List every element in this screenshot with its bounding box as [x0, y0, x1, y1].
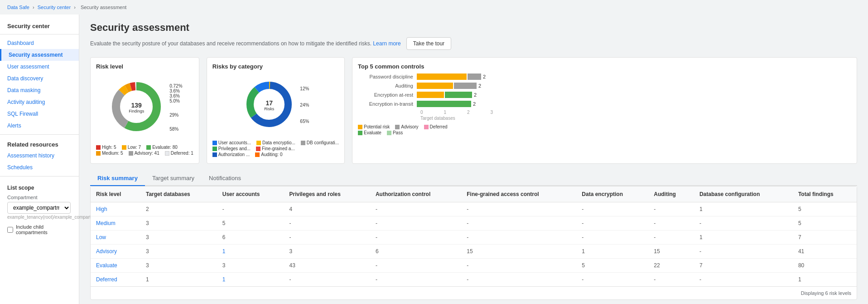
bar-row-encryption-rest: Encryption at-rest 2 — [358, 92, 851, 98]
learn-more-link[interactable]: Learn more — [373, 40, 400, 47]
col-auditing: Auditing — [648, 186, 694, 202]
sidebar-item-schedules[interactable]: Schedules — [0, 162, 79, 173]
risk-table: Risk level Target databases User account… — [90, 186, 857, 300]
compartment-label: Compartment — [7, 195, 72, 200]
breadcrumb: Data Safe › Security center › Security a… — [0, 0, 868, 15]
category-legend: User accounts... Data encryptio... DB co… — [212, 140, 339, 157]
bar-row-password: Password discipline 2 — [358, 74, 851, 80]
table-header-row: Risk level Target databases User account… — [91, 186, 857, 202]
sidebar-item-user-assessment[interactable]: User assessment — [0, 61, 79, 73]
bar-x-title: Target databases — [420, 116, 851, 121]
user-accounts-link-deferred[interactable]: 1 — [222, 276, 226, 283]
category-chart-title: Risks by category — [212, 63, 339, 70]
include-child-checkbox[interactable] — [7, 227, 13, 233]
sidebar-item-activity-auditing[interactable]: Activity auditing — [0, 96, 79, 108]
col-total-findings: Total findings — [793, 186, 857, 202]
user-accounts-link-advisory[interactable]: 1 — [222, 248, 226, 255]
category-chart: Risks by category — [207, 57, 345, 164]
compartment-hint: example_tenancy(root)/example_compartmen… — [7, 215, 72, 220]
table-row: Deferred 1 1 - - - - - - 1 — [91, 273, 857, 287]
category-donut: 17 Risks — [242, 77, 296, 133]
col-user-accounts: User accounts — [217, 186, 284, 202]
sidebar-item-assessment-history[interactable]: Assessment history — [0, 150, 79, 162]
include-child-label: Include child compartments — [16, 224, 72, 235]
col-authorization-control: Authorization control — [370, 186, 461, 202]
risk-link-low[interactable]: Low — [96, 234, 106, 240]
risk-link-medium[interactable]: Medium — [96, 220, 116, 226]
table-row: Low 3 6 - - - - - 1 7 — [91, 230, 857, 245]
main-content: Security assessment Evaluate the securit… — [79, 15, 868, 304]
bar-row-auditing: Auditing 2 — [358, 83, 851, 89]
bar-row-encryption-transit: Encryption in-transit 2 — [358, 101, 851, 107]
sidebar-item-data-discovery[interactable]: Data discovery — [0, 73, 79, 84]
tab-risk-summary[interactable]: Risk summary — [90, 171, 145, 186]
table-footer: Displaying 6 risk levels — [91, 286, 857, 299]
table-row: Advisory 3 1 3 6 15 1 15 - 41 — [91, 245, 857, 259]
table-row: Evaluate 3 3 43 - - 5 22 7 80 — [91, 259, 857, 273]
risk-donut-pct-labels: 0.72% 3.6% 3.6% 5.0% 29% 58% — [169, 83, 182, 132]
risk-link-deferred[interactable]: Deferred — [96, 276, 117, 283]
risk-link-advisory[interactable]: Advisory — [96, 248, 117, 255]
breadcrumb-current: Security assessment — [81, 5, 126, 10]
sidebar-item-security-assessment[interactable]: Security assessment — [0, 49, 79, 61]
page-title: Security assessment — [90, 22, 857, 34]
breadcrumb-security-center[interactable]: Security center — [38, 5, 71, 10]
tabs: Risk summary Target summary Notification… — [90, 171, 857, 186]
risk-level-chart: Risk level — [90, 57, 199, 164]
compartment-select[interactable]: example_compartment — [7, 202, 71, 214]
category-pct-labels: 12% 24% 65% — [300, 86, 309, 124]
bar-x-axis: 0123 — [420, 110, 493, 115]
sidebar: Security center Dashboard Security asses… — [0, 15, 79, 304]
tab-notifications[interactable]: Notifications — [202, 171, 248, 186]
sidebar-title: Security center — [0, 19, 79, 31]
related-resources-title: Related resources — [0, 137, 79, 150]
sidebar-item-alerts[interactable]: Alerts — [0, 120, 79, 132]
tab-target-summary[interactable]: Target summary — [145, 171, 202, 186]
table-row: Medium 3 5 - - - - - - 5 — [91, 216, 857, 230]
sidebar-item-sql-firewall[interactable]: SQL Firewall — [0, 108, 79, 120]
risk-donut-number: 139 — [129, 102, 144, 109]
bar-legend: Potential risk Advisory Deferred Evaluat… — [358, 124, 851, 135]
risk-chart-title: Risk level — [96, 63, 193, 70]
risk-link-evaluate[interactable]: Evaluate — [96, 262, 117, 269]
category-donut-number: 17 — [264, 99, 274, 107]
col-db-config: Database configuration — [694, 186, 793, 202]
risk-link-high[interactable]: High — [96, 206, 107, 212]
take-tour-button[interactable]: Take the tour — [406, 37, 451, 50]
col-fine-grained: Fine-grained access control — [461, 186, 576, 202]
page-subtitle: Evaluate the security posture of your da… — [90, 40, 401, 47]
risk-donut: 139 Findings — [107, 77, 166, 137]
col-risk-level: Risk level — [91, 186, 140, 202]
risk-summary-table: Risk level Target databases User account… — [91, 186, 857, 286]
common-controls-chart: Top 5 common controls Password disciplin… — [352, 57, 857, 164]
sidebar-item-dashboard[interactable]: Dashboard — [0, 37, 79, 49]
charts-row: Risk level — [90, 57, 857, 164]
bar-chart-title: Top 5 common controls — [358, 63, 851, 70]
sidebar-item-data-masking[interactable]: Data masking — [0, 84, 79, 96]
category-donut-label: Risks — [264, 107, 274, 111]
bar-rows: Password discipline 2 Auditing — [358, 74, 851, 107]
risk-donut-label: Findings — [129, 109, 144, 113]
table-row: High 2 - 4 - - - - 1 5 — [91, 202, 857, 216]
col-privileges-roles: Privileges and roles — [284, 186, 370, 202]
risk-legend: High: 5 Low: 7 Evaluate: 80 Medium: 5 Ad… — [96, 145, 193, 156]
breadcrumb-data-safe[interactable]: Data Safe — [7, 5, 29, 10]
col-target-databases: Target databases — [140, 186, 217, 202]
col-data-encryption: Data encryption — [576, 186, 648, 202]
list-scope-title: List scope — [7, 185, 72, 191]
